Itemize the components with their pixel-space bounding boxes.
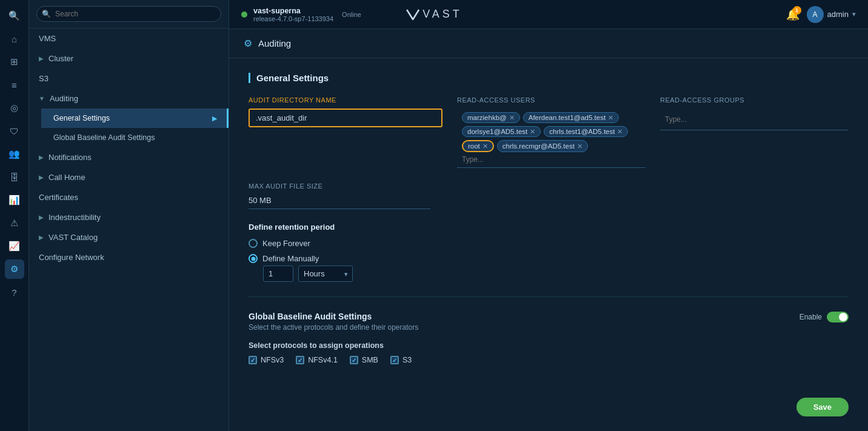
- enable-toggle[interactable]: [827, 312, 849, 322]
- nav-chart-icon[interactable]: 📊: [5, 190, 24, 210]
- save-button[interactable]: Save: [796, 398, 849, 416]
- sidebar-item-notifications[interactable]: ▶ Notifications: [29, 147, 229, 167]
- remove-tag-chrls-test[interactable]: ✕: [617, 129, 623, 135]
- protocol-nfsv41[interactable]: NFSv4.1: [296, 356, 338, 364]
- nav-alert-icon[interactable]: ⚠: [5, 213, 24, 233]
- keep-forever-option[interactable]: Keep Forever: [249, 239, 849, 248]
- sidebar-item-vms-label: VMS: [39, 34, 56, 43]
- nav-settings-icon[interactable]: ⚙: [5, 259, 24, 279]
- nfsv3-checkbox[interactable]: [249, 356, 257, 364]
- nfsv3-label: NFSv3: [261, 356, 284, 364]
- user-tag-root[interactable]: root ✕: [462, 140, 494, 152]
- remove-tag-dorlsye[interactable]: ✕: [530, 129, 535, 135]
- groups-tag-input[interactable]: [665, 112, 756, 126]
- protocol-checks: NFSv3 NFSv4.1 SMB S3: [249, 356, 849, 364]
- hours-input[interactable]: [263, 266, 293, 282]
- nav-search-icon[interactable]: 🔍: [5, 6, 24, 25]
- nfsv41-checkbox[interactable]: [296, 356, 304, 364]
- nav-database-icon[interactable]: 🗄: [5, 167, 24, 187]
- define-manually-radio[interactable]: [249, 254, 258, 263]
- baseline-title: Global Baseline Audit Settings: [249, 312, 418, 321]
- s3-checkbox[interactable]: [390, 356, 399, 364]
- user-tag-marzieh[interactable]: marziehkb@ ✕: [462, 112, 520, 123]
- sidebar: 🔍 VMS ▶ Cluster S3 ▼ Auditing General Se…: [29, 0, 229, 431]
- sidebar-item-indestructibility[interactable]: ▶ Indestructibility: [29, 207, 229, 227]
- global-baseline-label: Global Baseline Audit Settings: [53, 133, 155, 142]
- nav-people-icon[interactable]: 👥: [5, 144, 24, 164]
- call-home-arrow-icon: ▶: [39, 174, 44, 181]
- active-arrow-icon: ▶: [212, 115, 217, 122]
- sidebar-item-call-home[interactable]: ▶ Call Home: [29, 167, 229, 187]
- audit-dir-field: Audit directory name .vast_audit_dir: [249, 96, 442, 168]
- user-avatar: A: [807, 6, 824, 23]
- user-tag-chrls-test[interactable]: chrls.test1@AD5.test ✕: [544, 126, 628, 137]
- baseline-section: Global Baseline Audit Settings Select th…: [249, 296, 849, 364]
- user-tag-aferdean[interactable]: Aferdean.test1@ad5.test ✕: [523, 112, 619, 123]
- sidebar-item-general-settings[interactable]: General Settings ▶: [41, 109, 229, 128]
- retention-title: Define retention period: [249, 222, 849, 232]
- user-tag-input[interactable]: [462, 155, 553, 164]
- enable-toggle-wrap[interactable]: Enable: [800, 312, 849, 322]
- version-label: release-4.7.0-sp7-1133934: [253, 15, 333, 22]
- auditing-submenu: General Settings ▶ Global Baseline Audit…: [29, 109, 229, 147]
- audit-dir-value[interactable]: .vast_audit_dir: [249, 109, 442, 127]
- content-header: ⚙ Auditing: [229, 29, 868, 58]
- icon-bar: 🔍 ⌂ ⊞ ≡ ◎ 🛡 👥 🗄 📊 ⚠ 📈 ⚙ ?: [0, 0, 29, 431]
- sidebar-item-vast-catalog[interactable]: ▶ VAST Catalog: [29, 227, 229, 247]
- main-panel: vast-superna release-4.7.0-sp7-1133934 O…: [229, 0, 868, 431]
- host-status: Online: [342, 11, 361, 18]
- user-tag-dorlsye[interactable]: dorlsye1@AD5.test ✕: [462, 126, 541, 137]
- logo-text: VAST: [422, 8, 462, 21]
- sidebar-item-global-baseline[interactable]: Global Baseline Audit Settings: [41, 128, 229, 147]
- sidebar-item-auditing[interactable]: ▼ Auditing: [29, 89, 229, 109]
- sidebar-item-auditing-label: Auditing: [50, 94, 78, 103]
- bell-button[interactable]: 🔔 1: [786, 8, 800, 21]
- max-file-row: Max audit file size 50 MB: [249, 182, 849, 209]
- nav-shield-icon[interactable]: 🛡: [5, 121, 24, 141]
- user-menu[interactable]: A admin ▾: [807, 6, 856, 23]
- sidebar-item-certificates[interactable]: Certificates: [29, 187, 229, 207]
- read-access-groups-tags[interactable]: [660, 109, 849, 130]
- sidebar-item-vms[interactable]: VMS: [29, 28, 229, 48]
- nav-layers-icon[interactable]: ≡: [5, 75, 24, 95]
- nav-globe-icon[interactable]: ◎: [5, 98, 24, 118]
- define-manually-option[interactable]: Define Manually: [249, 254, 849, 263]
- max-file-label: Max audit file size: [249, 182, 849, 190]
- read-access-users-tags[interactable]: marziehkb@ ✕ Aferdean.test1@ad5.test ✕ d…: [457, 109, 646, 168]
- nav-help-icon[interactable]: ?: [5, 282, 24, 302]
- search-input[interactable]: [36, 6, 221, 22]
- nav-home-icon[interactable]: ⌂: [5, 29, 24, 48]
- protocol-nfsv3[interactable]: NFSv3: [249, 356, 284, 364]
- remove-tag-root[interactable]: ✕: [482, 143, 488, 150]
- user-dropdown-icon: ▾: [852, 10, 856, 18]
- save-button-row: Save: [796, 398, 849, 416]
- sidebar-item-cluster[interactable]: ▶ Cluster: [29, 48, 229, 68]
- vast-catalog-arrow-icon: ▶: [39, 234, 44, 241]
- keep-forever-radio[interactable]: [249, 239, 258, 248]
- radio-group: Keep Forever Define Manually: [249, 239, 849, 263]
- smb-checkbox[interactable]: [350, 356, 358, 364]
- remove-tag-aferdean[interactable]: ✕: [608, 115, 613, 121]
- nav-activity-icon[interactable]: 📈: [5, 236, 24, 256]
- read-access-users-field: Read-access Users marziehkb@ ✕ Aferdean.…: [457, 96, 646, 168]
- remove-tag-marzieh[interactable]: ✕: [509, 115, 515, 121]
- protocols-label: Select protocols to assign operations: [249, 341, 849, 350]
- hours-row: Hours Days Weeks Months: [263, 266, 849, 282]
- baseline-header: Global Baseline Audit Settings Select th…: [249, 312, 849, 332]
- protocol-s3[interactable]: S3: [390, 356, 412, 364]
- smb-label: SMB: [362, 356, 378, 364]
- notifications-label: Notifications: [48, 153, 92, 162]
- max-file-value[interactable]: 50 MB: [249, 192, 430, 209]
- hours-select-wrap: Hours Days Weeks Months: [298, 266, 353, 282]
- hours-select[interactable]: Hours Days Weeks Months: [298, 266, 353, 282]
- status-dot: [241, 12, 247, 18]
- sidebar-item-cluster-label: Cluster: [48, 54, 73, 63]
- user-tag-chrls-recmgr[interactable]: chrls.recmgr@AD5.test ✕: [497, 140, 588, 152]
- notifications-arrow-icon: ▶: [39, 154, 44, 161]
- page-title: General Settings: [249, 73, 849, 83]
- protocol-smb[interactable]: SMB: [350, 356, 378, 364]
- remove-tag-chrls-recmgr[interactable]: ✕: [577, 143, 583, 150]
- sidebar-item-configure-network[interactable]: Configure Network: [29, 247, 229, 267]
- nav-grid-icon[interactable]: ⊞: [5, 52, 24, 72]
- sidebar-item-s3[interactable]: S3: [29, 68, 229, 89]
